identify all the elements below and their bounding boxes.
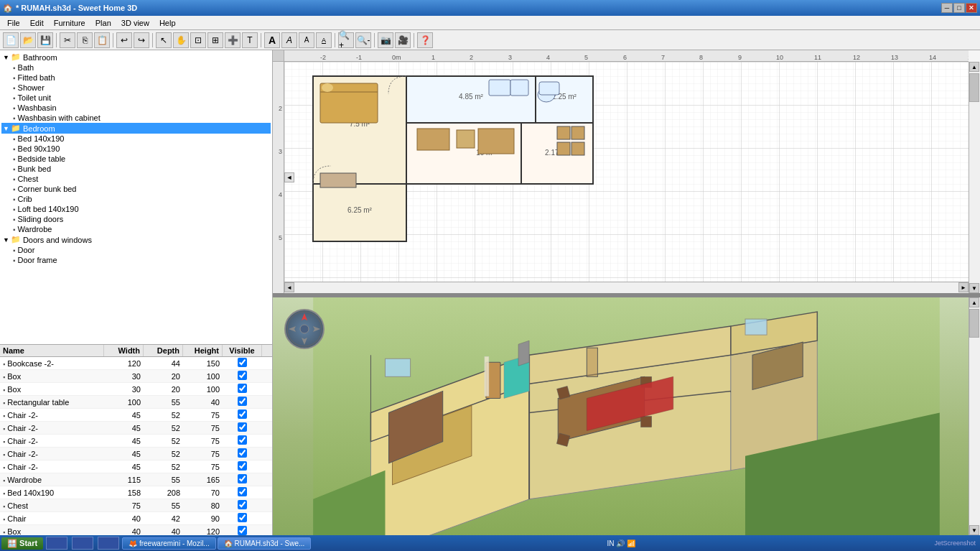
tree-item-washbasin[interactable]: ▪ Washbasin <box>1 103 271 113</box>
fl-cell-visible[interactable] <box>223 473 262 486</box>
furniture-list-row[interactable]: ▪Chair -2- 45 52 75 <box>0 409 272 422</box>
furniture-list-row[interactable]: ▪Bed 140x190 158 208 70 <box>0 486 272 499</box>
furniture-list-row[interactable]: ▪Box 40 40 120 <box>0 525 272 535</box>
start-button[interactable]: 🪟 Start <box>1 537 43 550</box>
fl-cell-visible[interactable] <box>223 409 262 421</box>
visibility-checkbox[interactable] <box>238 397 247 406</box>
fl-cell-visible[interactable] <box>223 422 262 434</box>
copy-button[interactable]: ⎘ <box>77 32 93 48</box>
furniture-list-row[interactable]: ▪Chair -2- 45 52 75 <box>0 422 272 435</box>
visibility-checkbox[interactable] <box>238 448 247 458</box>
tree-item-shower[interactable]: ▪ Shower <box>1 83 271 93</box>
pan-left-arrow[interactable]: ◄ <box>284 172 294 182</box>
text-style-3[interactable]: A <box>299 32 314 48</box>
furniture-list-body[interactable]: ▪Bookcase -2- 120 44 150 ▪Box 30 20 100 <box>0 357 272 535</box>
title-bar-controls[interactable]: ─ □ ✕ <box>941 3 977 13</box>
menu-file[interactable]: File <box>3 17 24 29</box>
tree-item-bed140[interactable]: ▪ Bed 140x190 <box>1 134 271 144</box>
tree-item-chest[interactable]: ▪ Chest <box>1 174 271 184</box>
floor-plan-view[interactable]: -2 -1 0m 1 2 3 4 5 6 7 8 9 10 11 12 13 1… <box>273 50 980 295</box>
fl-cell-visible[interactable] <box>223 512 262 524</box>
visibility-checkbox[interactable] <box>238 461 247 471</box>
grid-canvas[interactable]: 7.5 m² 4.85 m² 2.25 m² 10 m² 2.17 m² 6.2… <box>284 62 969 293</box>
visibility-checkbox[interactable] <box>238 500 247 509</box>
tree-item-door[interactable]: ▪ Door <box>1 245 271 255</box>
open-button[interactable]: 📂 <box>20 32 36 48</box>
visibility-checkbox[interactable] <box>238 422 247 432</box>
fl-cell-visible[interactable] <box>223 435 262 447</box>
tree-item-loft-bed[interactable]: ▪ Loft bed 140x190 <box>1 204 271 214</box>
tree-item-fitted-bath[interactable]: ▪ Fitted bath <box>1 73 271 83</box>
fl-cell-visible[interactable] <box>223 486 262 499</box>
tree-item-toilet[interactable]: ▪ Toilet unit <box>1 93 271 103</box>
tree-item-bedroom[interactable]: ▼ 📁 Bedroom <box>1 123 271 134</box>
fl-cell-visible[interactable] <box>223 499 262 511</box>
expand-icon[interactable]: ▼ <box>3 54 9 61</box>
tree-item-door-frame[interactable]: ▪ Door frame <box>1 255 271 265</box>
add-text-button[interactable]: T <box>242 32 258 48</box>
new-button[interactable]: 📄 <box>3 32 19 48</box>
text-style-1[interactable]: A <box>264 32 280 48</box>
visibility-checkbox[interactable] <box>238 409 247 419</box>
video-button[interactable]: 🎥 <box>395 32 411 48</box>
tree-item-sliding-doors[interactable]: ▪ Sliding doors <box>1 214 271 224</box>
visibility-checkbox[interactable] <box>238 474 247 483</box>
visibility-checkbox[interactable] <box>238 358 247 367</box>
photo-button[interactable]: 📷 <box>378 32 393 48</box>
paste-button[interactable]: 📋 <box>94 32 110 48</box>
redo-button[interactable]: ↪ <box>134 32 149 48</box>
maximize-button[interactable]: □ <box>953 3 965 13</box>
taskbar-firefox[interactable]: 🦊 freewaremini - Mozil... <box>122 537 216 550</box>
zoom-out-button[interactable]: 🔍- <box>355 32 371 48</box>
expand-icon[interactable]: ▼ <box>3 125 9 132</box>
text-style-4[interactable]: A <box>316 32 332 48</box>
taskbar-icon-3[interactable] <box>98 537 119 550</box>
menu-help[interactable]: Help <box>155 17 180 29</box>
furniture-list-row[interactable]: ▪Bookcase -2- 120 44 150 <box>0 357 272 370</box>
navigation-compass[interactable] <box>284 309 325 349</box>
tree-item-crib[interactable]: ▪ Crib <box>1 194 271 204</box>
furniture-list-row[interactable]: ▪Box 30 20 100 <box>0 370 272 383</box>
expand-icon[interactable]: ▼ <box>3 236 9 244</box>
furniture-list-row[interactable]: ▪Chair -2- 45 52 75 <box>0 435 272 448</box>
tree-item-doors[interactable]: ▼ 📁 Doors and windows <box>1 234 271 245</box>
save-button[interactable]: 💾 <box>37 32 53 48</box>
furniture-list-row[interactable]: ▪Chair -2- 45 52 75 <box>0 460 272 473</box>
visibility-checkbox[interactable] <box>238 526 247 535</box>
menu-plan[interactable]: Plan <box>91 17 116 29</box>
help-button[interactable]: ❓ <box>417 32 433 48</box>
visibility-checkbox[interactable] <box>238 487 247 496</box>
close-button[interactable]: ✕ <box>966 3 977 13</box>
fl-cell-visible[interactable] <box>223 525 262 535</box>
tree-item-bedside[interactable]: ▪ Bedside table <box>1 154 271 164</box>
menu-3dview[interactable]: 3D view <box>117 17 154 29</box>
cut-button[interactable]: ✂ <box>60 32 75 48</box>
fl-cell-visible[interactable] <box>223 460 262 473</box>
taskbar-icon-1[interactable] <box>46 537 67 550</box>
draw-room-button[interactable]: ⊞ <box>207 32 223 48</box>
3d-view[interactable]: ▲ ▼ <box>273 297 980 535</box>
select-button[interactable]: ↖ <box>156 32 172 48</box>
furniture-tree[interactable]: ▼ 📁 Bathroom ▪ Bath ▪ Fitted bath ▪ Show… <box>0 50 272 344</box>
fl-cell-visible[interactable] <box>223 448 262 460</box>
fl-cell-visible[interactable] <box>223 357 262 369</box>
visibility-checkbox[interactable] <box>238 384 247 393</box>
tree-item-bunk[interactable]: ▪ Bunk bed <box>1 164 271 174</box>
draw-wall-button[interactable]: ⊡ <box>190 32 206 48</box>
text-style-2[interactable]: A <box>281 32 297 48</box>
2d-hscrollbar[interactable]: ◄ ► <box>284 282 969 293</box>
tree-item-washbasin-cabinet[interactable]: ▪ Washbasin with cabinet <box>1 113 271 123</box>
tree-item-bath[interactable]: ▪ Bath <box>1 62 271 73</box>
tree-item-wardrobe[interactable]: ▪ Wardrobe <box>1 224 271 234</box>
taskbar-sweethome[interactable]: 🏠 RUMAH.sh3d - Swe... <box>218 537 312 550</box>
add-furniture-button[interactable]: ➕ <box>225 32 241 48</box>
tree-item-bed90[interactable]: ▪ Bed 90x190 <box>1 144 271 154</box>
fl-cell-visible[interactable] <box>223 370 262 382</box>
furniture-list-row[interactable]: ▪Chair 40 42 90 <box>0 512 272 525</box>
taskbar-icon-2[interactable] <box>72 537 93 550</box>
furniture-list-row[interactable]: ▪Chair -2- 45 52 75 <box>0 448 272 460</box>
3d-vscrollbar[interactable]: ▲ ▼ <box>969 297 980 535</box>
furniture-list-row[interactable]: ▪Wardrobe 115 55 165 <box>0 473 272 486</box>
fl-cell-visible[interactable] <box>223 396 262 408</box>
furniture-list-row[interactable]: ▪Box 30 20 100 <box>0 383 272 396</box>
